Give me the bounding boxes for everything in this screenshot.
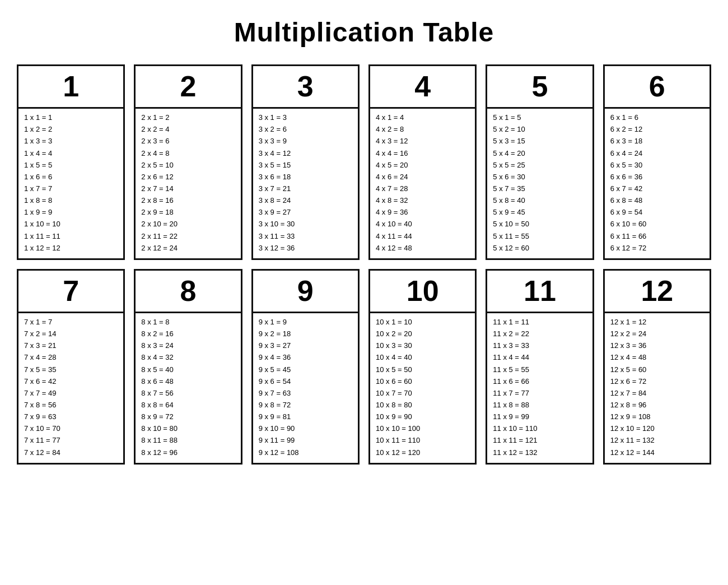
table-row: 7 x 6 = 42: [24, 376, 118, 387]
table-row: 9 x 10 = 90: [259, 423, 352, 434]
table-row: 5 x 10 = 50: [493, 219, 586, 230]
table-row: 11 x 2 = 22: [493, 328, 586, 340]
table-row: 8 x 4 = 32: [141, 352, 235, 363]
table-rows-1: 1 x 1 = 11 x 2 = 21 x 3 = 31 x 4 = 41 x …: [18, 109, 123, 258]
table-row: 10 x 10 = 100: [376, 423, 469, 434]
table-row: 4 x 12 = 48: [376, 243, 469, 254]
table-row: 4 x 11 = 44: [376, 231, 469, 242]
table-row: 9 x 1 = 9: [259, 317, 352, 328]
table-number-3: 3: [253, 66, 358, 109]
table-rows-8: 8 x 1 = 88 x 2 = 168 x 3 = 248 x 4 = 328…: [136, 313, 240, 463]
table-row: 1 x 12 = 12: [24, 243, 118, 254]
table-row: 8 x 9 = 72: [141, 411, 235, 422]
table-card-7: 77 x 1 = 77 x 2 = 147 x 3 = 217 x 4 = 28…: [17, 269, 125, 465]
table-number-1: 1: [18, 66, 123, 109]
table-row: 2 x 12 = 24: [141, 243, 235, 254]
table-row: 2 x 1 = 2: [141, 112, 235, 123]
table-row: 10 x 12 = 120: [376, 447, 469, 458]
table-row: 2 x 9 = 18: [141, 207, 235, 218]
table-row: 3 x 3 = 9: [259, 136, 352, 147]
table-row: 10 x 3 = 30: [376, 340, 469, 351]
table-row: 12 x 6 = 72: [610, 376, 704, 387]
table-row: 11 x 11 = 121: [493, 435, 586, 446]
table-row: 3 x 9 = 27: [259, 207, 352, 218]
table-row: 5 x 3 = 15: [493, 136, 586, 147]
table-row: 10 x 4 = 40: [376, 352, 469, 363]
table-rows-5: 5 x 1 = 55 x 2 = 105 x 3 = 155 x 4 = 205…: [487, 109, 592, 258]
table-row: 12 x 11 = 132: [610, 435, 704, 446]
table-row: 10 x 5 = 50: [376, 364, 469, 375]
table-row: 7 x 8 = 56: [24, 400, 118, 411]
table-card-4: 44 x 1 = 44 x 2 = 84 x 3 = 124 x 4 = 164…: [368, 64, 477, 260]
page-title: Multiplication Table: [234, 17, 494, 48]
table-row: 11 x 5 = 55: [493, 364, 586, 375]
table-row: 7 x 10 = 70: [24, 423, 118, 434]
table-row: 7 x 3 = 21: [24, 340, 118, 351]
table-rows-4: 4 x 1 = 44 x 2 = 84 x 3 = 124 x 4 = 164 …: [370, 109, 475, 258]
table-row: 7 x 4 = 28: [24, 352, 118, 363]
table-row: 12 x 7 = 84: [610, 388, 704, 399]
table-row: 7 x 1 = 7: [24, 317, 118, 328]
table-row: 1 x 2 = 2: [24, 124, 118, 135]
table-row: 3 x 12 = 36: [259, 243, 352, 254]
table-row: 11 x 3 = 33: [493, 340, 586, 351]
table-row: 9 x 5 = 45: [259, 364, 352, 375]
table-row: 9 x 12 = 108: [259, 447, 352, 458]
table-row: 5 x 8 = 40: [493, 195, 586, 206]
table-row: 6 x 6 = 36: [610, 171, 704, 183]
table-number-12: 12: [605, 271, 710, 313]
table-row: 1 x 6 = 6: [24, 171, 118, 183]
table-number-7: 7: [18, 271, 123, 313]
table-row: 11 x 12 = 132: [493, 447, 586, 458]
table-row: 11 x 1 = 11: [493, 317, 586, 328]
table-row: 4 x 1 = 4: [376, 112, 469, 123]
table-number-10: 10: [370, 271, 475, 313]
table-row: 9 x 9 = 81: [259, 411, 352, 422]
table-row: 6 x 3 = 18: [610, 136, 704, 147]
table-row: 4 x 3 = 12: [376, 136, 469, 147]
table-card-9: 99 x 1 = 99 x 2 = 189 x 3 = 279 x 4 = 36…: [251, 269, 360, 465]
table-number-11: 11: [487, 271, 592, 313]
table-row: 10 x 9 = 90: [376, 411, 469, 422]
table-rows-10: 10 x 1 = 1010 x 2 = 2010 x 3 = 3010 x 4 …: [370, 313, 475, 463]
table-row: 3 x 2 = 6: [259, 124, 352, 135]
table-row: 4 x 5 = 20: [376, 160, 469, 171]
table-row: 6 x 10 = 60: [610, 219, 704, 230]
table-row: 12 x 3 = 36: [610, 340, 704, 351]
table-row: 3 x 1 = 3: [259, 112, 352, 123]
table-row: 5 x 7 = 35: [493, 183, 586, 194]
table-row: 7 x 12 = 84: [24, 447, 118, 458]
table-row: 3 x 10 = 30: [259, 219, 352, 230]
table-row: 11 x 7 = 77: [493, 388, 586, 399]
table-row: 1 x 4 = 4: [24, 148, 118, 159]
table-rows-3: 3 x 1 = 33 x 2 = 63 x 3 = 93 x 4 = 123 x…: [253, 109, 358, 258]
table-row: 4 x 9 = 36: [376, 207, 469, 218]
table-row: 10 x 11 = 110: [376, 435, 469, 446]
table-row: 10 x 1 = 10: [376, 317, 469, 328]
table-row: 8 x 3 = 24: [141, 340, 235, 351]
table-row: 3 x 7 = 21: [259, 183, 352, 194]
table-row: 6 x 11 = 66: [610, 231, 704, 242]
table-row: 11 x 9 = 99: [493, 411, 586, 422]
table-row: 8 x 1 = 8: [141, 317, 235, 328]
table-rows-2: 2 x 1 = 22 x 2 = 42 x 3 = 62 x 4 = 82 x …: [136, 109, 240, 258]
table-number-9: 9: [253, 271, 358, 313]
table-number-2: 2: [136, 66, 240, 109]
table-row: 5 x 11 = 55: [493, 231, 586, 242]
table-row: 1 x 7 = 7: [24, 183, 118, 194]
table-rows-12: 12 x 1 = 1212 x 2 = 2412 x 3 = 3612 x 4 …: [605, 313, 710, 463]
table-row: 6 x 9 = 54: [610, 207, 704, 218]
table-row: 2 x 10 = 20: [141, 219, 235, 230]
table-row: 10 x 2 = 20: [376, 328, 469, 340]
table-row: 2 x 4 = 8: [141, 148, 235, 159]
table-row: 1 x 10 = 10: [24, 219, 118, 230]
table-row: 5 x 6 = 30: [493, 171, 586, 183]
table-card-11: 1111 x 1 = 1111 x 2 = 2211 x 3 = 3311 x …: [486, 269, 594, 465]
table-row: 8 x 2 = 16: [141, 328, 235, 340]
table-row: 9 x 2 = 18: [259, 328, 352, 340]
table-number-5: 5: [487, 66, 592, 109]
table-row: 8 x 12 = 96: [141, 447, 235, 458]
table-row: 2 x 8 = 16: [141, 195, 235, 206]
table-row: 5 x 9 = 45: [493, 207, 586, 218]
table-card-3: 33 x 1 = 33 x 2 = 63 x 3 = 93 x 4 = 123 …: [251, 64, 360, 260]
